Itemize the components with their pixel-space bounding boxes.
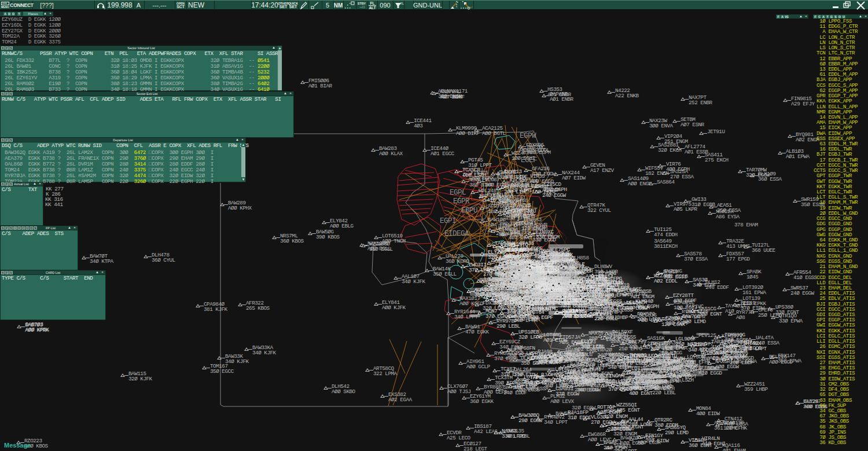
svg-text:1: 1 [104,6,105,10]
svg-text:FL: FL [400,2,404,5]
